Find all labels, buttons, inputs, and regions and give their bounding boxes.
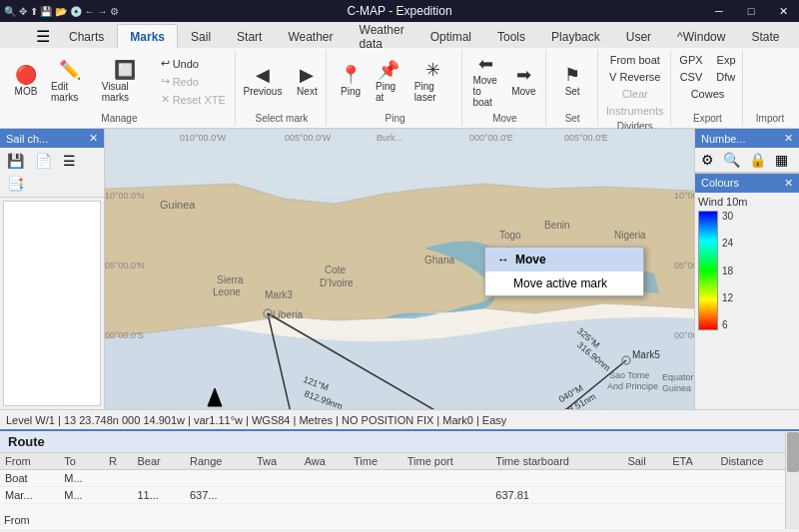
- col-to: To: [59, 453, 104, 470]
- previous-button[interactable]: ◀ Previous: [238, 63, 287, 100]
- tab-user[interactable]: User: [613, 24, 664, 48]
- context-menu: ↔ Move Move active mark: [484, 247, 644, 296]
- grid-tool[interactable]: ▦: [772, 151, 791, 169]
- mob-button[interactable]: 🔴 MOB: [8, 63, 44, 100]
- tab-sail[interactable]: Sail: [178, 24, 224, 48]
- visual-marks-button[interactable]: 🔲 Visual marks: [97, 58, 154, 106]
- exp-button[interactable]: Exp: [712, 52, 741, 68]
- row1-time: [349, 470, 402, 487]
- scale-18: 18: [722, 266, 733, 276]
- cowes-button[interactable]: Cowes: [686, 86, 730, 102]
- row1-bear: [132, 470, 185, 487]
- row1-awa: [300, 470, 349, 487]
- tab-window[interactable]: ^ Window: [664, 24, 738, 48]
- left-panel-close[interactable]: ✕: [89, 132, 98, 145]
- gpx-export-button[interactable]: GPX: [674, 52, 707, 68]
- lock-tool[interactable]: 🔒: [746, 151, 769, 169]
- from-boat-button[interactable]: From boat: [605, 52, 665, 68]
- previous-icon: ◀: [256, 66, 270, 84]
- ping-at-button[interactable]: 📌 Ping at: [371, 58, 407, 106]
- ribbon-group-ping: 📍 Ping 📌 Ping at ✳ Ping laser Ping: [329, 50, 462, 126]
- route-scrollbar[interactable]: [785, 431, 799, 529]
- visual-marks-icon: 🔲: [114, 61, 136, 79]
- tab-marks[interactable]: Marks: [117, 24, 178, 48]
- select-mark-buttons: ◀ Previous ▶ Next: [238, 52, 325, 111]
- left-panel-tools: 💾 📄 ☰ 📑: [0, 148, 104, 198]
- list-tool[interactable]: ☰: [59, 151, 80, 171]
- row1-sail: [622, 470, 667, 487]
- right-panel-close[interactable]: ✕: [784, 132, 793, 145]
- svg-text:05°00.0'N: 05°00.0'N: [674, 261, 694, 270]
- context-move-item[interactable]: ↔ Move: [485, 248, 643, 271]
- move-to-boat-button[interactable]: ⬅ Moveto boat: [467, 52, 503, 111]
- route-panel: Route From To R Bear Range Twa Awa Time …: [0, 429, 799, 529]
- ping-icon: 📍: [340, 66, 362, 84]
- v-reverse-button[interactable]: V Reverse: [604, 69, 665, 85]
- select-mark-label: Select mark: [256, 111, 309, 124]
- titlebar-controls[interactable]: ─ □ ✕: [703, 0, 799, 22]
- tab-charts[interactable]: Charts: [56, 24, 117, 48]
- table-tool[interactable]: 📑: [3, 174, 28, 194]
- tab-weather[interactable]: Weather: [275, 24, 346, 48]
- maximize-button[interactable]: □: [735, 0, 767, 22]
- close-button[interactable]: ✕: [767, 0, 799, 22]
- reset-xte-button[interactable]: ✕ Reset XTE: [156, 91, 231, 108]
- move-buttons: ⬅ Moveto boat ➡ Move: [467, 52, 541, 111]
- ribbon-tabs: ☰ Charts Marks Sail Start Weather Weathe…: [0, 22, 799, 48]
- tab-playback[interactable]: Playback: [538, 24, 613, 48]
- benin-label: Benin: [544, 220, 570, 231]
- tab-start[interactable]: Start: [224, 24, 275, 48]
- dfw-button[interactable]: Dfw: [711, 69, 740, 85]
- colours-panel-close[interactable]: ✕: [784, 177, 793, 190]
- context-move-active-mark-item[interactable]: Move active mark: [485, 271, 643, 295]
- ribbon-group-import: Import: [745, 50, 795, 126]
- tab-state[interactable]: State: [738, 24, 792, 48]
- ping-laser-button[interactable]: ✳ Ping laser: [409, 58, 457, 106]
- move-label: Move: [511, 86, 535, 97]
- csv-export-button[interactable]: CSV: [675, 69, 708, 85]
- col-range: Range: [185, 453, 252, 470]
- next-button[interactable]: ▶ Next: [289, 63, 325, 100]
- save-tool[interactable]: 💾: [3, 151, 28, 171]
- menu-hamburger[interactable]: ☰: [30, 25, 56, 48]
- manage-label: Manage: [101, 111, 137, 124]
- ribbon-group-export: GPX Exp CSV Dfw Cowes Export: [673, 50, 743, 126]
- ping-laser-icon: ✳: [425, 61, 440, 79]
- col-time: Time: [349, 453, 402, 470]
- svg-text:Leone: Leone: [213, 286, 241, 297]
- delete-tool[interactable]: 🗑: [794, 151, 799, 169]
- set-button[interactable]: ⚑ Set: [554, 63, 590, 100]
- redo-button[interactable]: ↪ Redo: [156, 73, 231, 90]
- minimize-button[interactable]: ─: [703, 0, 735, 22]
- colours-header: Colours ✕: [695, 174, 799, 193]
- settings-tool[interactable]: ⚙: [698, 151, 717, 169]
- tab-theme[interactable]: Theme: [792, 24, 799, 48]
- tab-tools[interactable]: Tools: [484, 24, 538, 48]
- row2-from: Mar...: [0, 487, 59, 504]
- manage-buttons: 🔴 MOB ✏️ Edit marks 🔲 Visual marks ↩ Und…: [8, 52, 231, 111]
- instruments-button[interactable]: Instruments: [601, 103, 668, 119]
- route-table-header-row: From To R Bear Range Twa Awa Time Time p…: [0, 453, 799, 470]
- clear-button[interactable]: Clear: [617, 86, 653, 102]
- app-icons: 🔍 ✥ ⬆ 💾 📂 💿 ← → ⚙: [4, 6, 119, 17]
- edit-marks-button[interactable]: ✏️ Edit marks: [46, 58, 95, 106]
- next-label: Next: [297, 86, 318, 97]
- row1-range: [185, 470, 252, 487]
- colours-panel: Colours ✕ Wind 10m 30 24 18 12 6: [695, 173, 799, 409]
- row1-r: [104, 470, 132, 487]
- ribbon-group-dividers: From boat V Reverse Clear Instruments Di…: [600, 50, 671, 126]
- tab-weather-data[interactable]: Weather data: [347, 24, 417, 48]
- row2-r: [104, 487, 132, 504]
- edit-marks-label: Edit marks: [51, 81, 90, 103]
- new-tool[interactable]: 📄: [31, 151, 56, 171]
- search-tool[interactable]: 🔍: [720, 151, 743, 169]
- mark5-text: Mark5: [632, 349, 660, 360]
- tab-optimal[interactable]: Optimal: [417, 24, 484, 48]
- reset-xte-icon: ✕: [161, 93, 170, 106]
- undo-button[interactable]: ↩ Undo: [156, 55, 231, 72]
- map-area[interactable]: Guinea Sierra Leone Mark3 Liberia Cote D…: [105, 129, 694, 409]
- ping-button[interactable]: 📍 Ping: [333, 63, 369, 100]
- move-button[interactable]: ➡ Move: [505, 63, 541, 100]
- colour-bar-container: 30 24 18 12 6: [698, 211, 796, 330]
- ribbon-group-move: ⬅ Moveto boat ➡ Move Move: [464, 50, 546, 126]
